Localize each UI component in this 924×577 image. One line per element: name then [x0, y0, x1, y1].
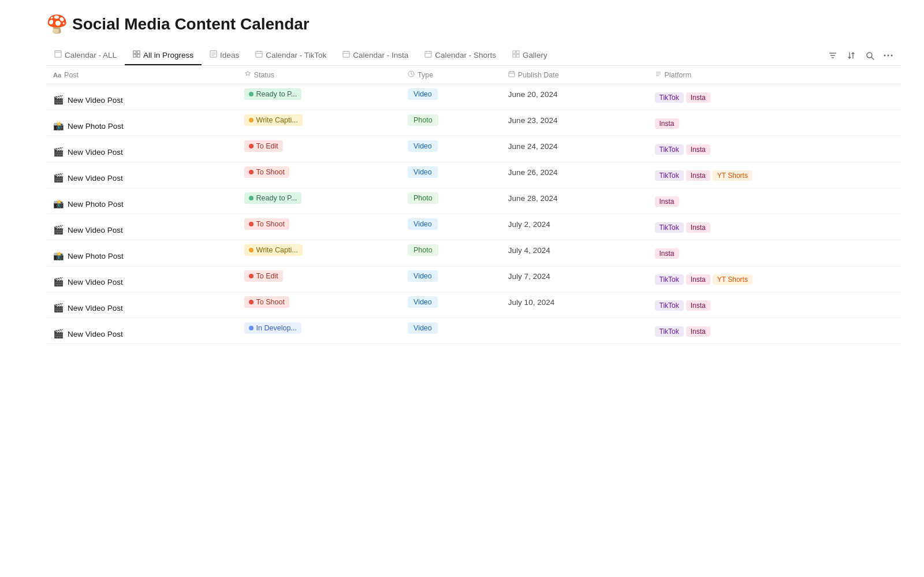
- tab-calendar-all[interactable]: Calendar - ALL: [46, 46, 125, 65]
- svg-rect-24: [513, 54, 516, 57]
- status-badge: To Shoot: [244, 296, 289, 308]
- tab-calendar-tiktok-label: Calendar - TikTok: [266, 51, 326, 59]
- table-row[interactable]: 🎬 New Video Post To Edit VideoJuly 7, 20…: [46, 266, 901, 292]
- status-dot: [249, 92, 254, 96]
- type-badge: Video: [408, 88, 438, 100]
- table-row[interactable]: 🎬 New Video Post To Shoot VideoJuly 2, 2…: [46, 214, 901, 240]
- status-badge: To Shoot: [244, 218, 289, 230]
- type-badge: Photo: [408, 192, 438, 204]
- publish-date-cell: June 24, 2024: [501, 136, 648, 162]
- col-header-post[interactable]: Aa Post: [46, 66, 237, 84]
- svg-rect-22: [513, 51, 516, 54]
- post-label: New Video Post: [68, 174, 123, 183]
- table-row[interactable]: 📸 New Photo Post Ready to P... PhotoJune…: [46, 188, 901, 214]
- status-label: Ready to P...: [256, 194, 297, 202]
- post-emoji: 🎬: [53, 225, 64, 235]
- sort-button[interactable]: [843, 47, 859, 64]
- table-row[interactable]: 📸 New Photo Post Write Capti... PhotoJun…: [46, 110, 901, 136]
- platform-tag-tiktok: TikTok: [655, 144, 684, 155]
- title-text: Social Media Content Calendar: [72, 15, 310, 33]
- svg-rect-4: [133, 54, 136, 57]
- table-row[interactable]: 🎬 New Video Post Ready to P... VideoJune…: [46, 84, 901, 110]
- post-label: New Photo Post: [68, 200, 124, 209]
- tab-calendar-tiktok[interactable]: Calendar - TikTok: [247, 46, 334, 65]
- platform-tag-insta: Insta: [686, 92, 710, 103]
- post-label: New Video Post: [68, 330, 123, 338]
- status-dot: [249, 300, 254, 304]
- col-header-platform[interactable]: Platform: [648, 66, 901, 84]
- status-badge: To Edit: [244, 270, 283, 282]
- status-label: Write Capti...: [256, 246, 298, 254]
- tab-all-in-progress[interactable]: All in Progress: [125, 46, 202, 65]
- tab-calendar-insta[interactable]: Calendar - Insta: [334, 46, 416, 65]
- svg-rect-35: [509, 72, 515, 77]
- publish-date-cell: [501, 318, 648, 344]
- status-label: To Shoot: [256, 220, 285, 228]
- type-badge: Video: [408, 322, 438, 334]
- type-badge: Video: [408, 296, 438, 308]
- table-row[interactable]: 🎬 New Video Post To Shoot VideoJuly 10, …: [46, 292, 901, 318]
- publish-date-cell: July 2, 2024: [501, 214, 648, 240]
- page-title: 🍄 Social Media Content Calendar: [46, 14, 901, 34]
- tab-ideas-label: Ideas: [220, 51, 239, 59]
- platform-tag-insta: Insta: [655, 118, 679, 129]
- col-header-publish-date[interactable]: Publish Date: [501, 66, 648, 84]
- status-label: To Shoot: [256, 168, 285, 176]
- all-in-progress-icon: [133, 50, 140, 59]
- table-row[interactable]: 🎬 New Video Post To Edit VideoJune 24, 2…: [46, 136, 901, 162]
- post-cell: 📸 New Photo Post: [53, 115, 230, 131]
- post-label: New Video Post: [68, 96, 123, 105]
- platform-cell: TikTokInsta: [648, 214, 901, 240]
- svg-rect-23: [516, 51, 519, 54]
- post-cell: 🎬 New Video Post: [53, 297, 230, 313]
- post-label: New Video Post: [68, 278, 123, 286]
- col-header-status[interactable]: Status: [237, 66, 401, 84]
- status-dot: [249, 170, 254, 174]
- calendar-tiktok-icon: [255, 50, 263, 59]
- publish-date-cell: July 7, 2024: [501, 266, 648, 292]
- platform-tag-insta: Insta: [686, 274, 710, 285]
- status-dot: [249, 274, 254, 278]
- type-badge: Video: [408, 166, 438, 178]
- platform-tag-tiktok: TikTok: [655, 300, 684, 311]
- status-dot: [249, 326, 254, 330]
- svg-rect-5: [137, 54, 140, 57]
- filter-button[interactable]: [825, 47, 841, 64]
- gallery-icon: [512, 50, 520, 59]
- table-row[interactable]: 📸 New Photo Post Write Capti... PhotoJul…: [46, 240, 901, 266]
- post-emoji: 📸: [53, 121, 64, 131]
- col-header-type[interactable]: Type: [401, 66, 501, 84]
- svg-rect-10: [256, 51, 262, 57]
- platform-tag-insta: Insta: [686, 326, 710, 337]
- publish-date-cell: June 26, 2024: [501, 162, 648, 188]
- post-label: New Video Post: [68, 304, 123, 312]
- type-col-icon: [408, 70, 415, 79]
- status-badge: To Edit: [244, 140, 283, 152]
- platform-tag-tiktok: TikTok: [655, 222, 684, 233]
- status-dot: [249, 196, 254, 200]
- table-row[interactable]: 🎬 New Video Post In Develop... VideoTikT…: [46, 318, 901, 344]
- tab-gallery[interactable]: Gallery: [504, 46, 556, 65]
- calendar-all-icon: [54, 50, 62, 59]
- platform-tag-ytshorts: YT Shorts: [713, 274, 752, 285]
- platform-tag-tiktok: TikTok: [655, 326, 684, 337]
- more-button[interactable]: [880, 47, 896, 64]
- tab-ideas[interactable]: Ideas: [202, 46, 247, 65]
- post-emoji: 🎬: [53, 173, 64, 183]
- tab-calendar-shorts[interactable]: Calendar - Shorts: [416, 46, 504, 65]
- post-cell: 🎬 New Video Post: [53, 323, 230, 339]
- platform-cell: TikTokInstaYT Shorts: [648, 266, 901, 292]
- status-badge: Ready to P...: [244, 88, 302, 100]
- nav-right-toolbar: [825, 47, 901, 64]
- svg-rect-0: [55, 51, 61, 57]
- status-label: To Edit: [256, 142, 278, 150]
- platform-cell: TikTokInsta: [648, 292, 901, 318]
- type-badge: Video: [408, 140, 438, 152]
- post-cell: 📸 New Photo Post: [53, 193, 230, 209]
- status-dot: [249, 248, 254, 252]
- table-header-row: Aa Post Status: [46, 66, 901, 84]
- table-row[interactable]: 🎬 New Video Post To Shoot VideoJune 26, …: [46, 162, 901, 188]
- search-button[interactable]: [862, 47, 878, 64]
- svg-rect-3: [137, 51, 140, 54]
- post-cell: 🎬 New Video Post: [53, 219, 230, 235]
